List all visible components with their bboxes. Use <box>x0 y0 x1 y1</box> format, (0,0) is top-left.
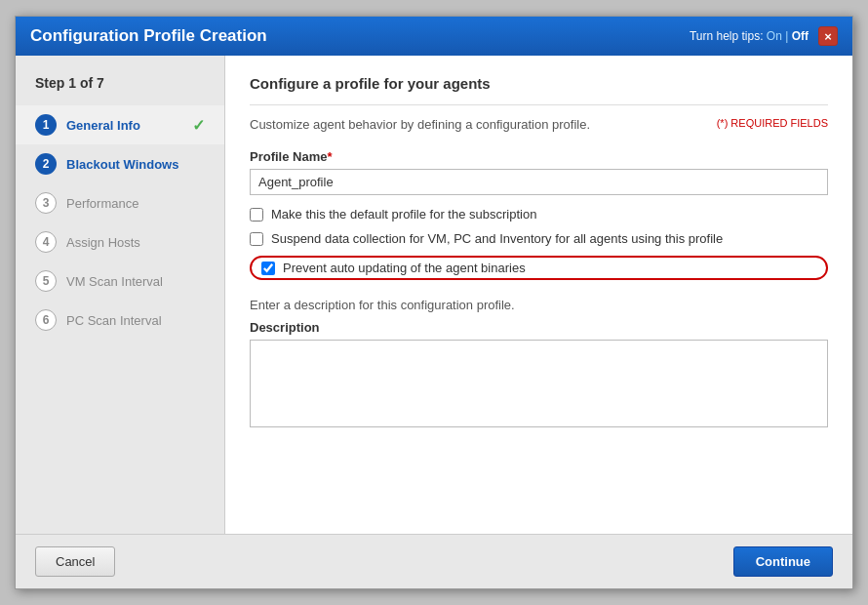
sidebar-item-assign-hosts[interactable]: 4 Assign Hosts <box>16 222 224 262</box>
description-hint: Enter a description for this configurati… <box>250 298 828 312</box>
help-tips-label: Turn help tips: <box>690 29 764 43</box>
dialog-title: Configuration Profile Creation <box>30 26 267 46</box>
help-tips-off[interactable]: Off <box>792 29 809 43</box>
configuration-dialog: Configuration Profile Creation Turn help… <box>15 16 853 589</box>
checkbox-suspend-collection-row: Suspend data collection for VM, PC and I… <box>250 231 828 246</box>
required-fields-label: (*) REQUIRED FIELDS <box>717 117 828 129</box>
divider <box>250 104 828 105</box>
profile-name-label: Profile Name* <box>250 149 828 164</box>
main-content: Configure a profile for your agents Cust… <box>225 56 852 534</box>
step-label-2: Blackout Windows <box>66 157 205 172</box>
step-header: Step 1 of 7 <box>16 75 224 105</box>
checkbox-default-profile-row: Make this the default profile for the su… <box>250 207 828 222</box>
step-label-4: Assign Hosts <box>66 235 205 250</box>
checkbox-suspend-collection-label: Suspend data collection for VM, PC and I… <box>271 231 723 246</box>
help-tips: Turn help tips: On | Off <box>690 29 809 43</box>
step-number-3: 3 <box>35 192 57 214</box>
help-tips-on[interactable]: On <box>767 29 782 43</box>
step-label-6: PC Scan Interval <box>66 313 205 328</box>
step-1-checkmark: ✓ <box>192 116 205 135</box>
profile-name-input[interactable] <box>250 169 828 195</box>
sidebar-item-performance[interactable]: 3 Performance <box>16 183 224 222</box>
sidebar-item-pc-scan-interval[interactable]: 6 PC Scan Interval <box>16 301 224 340</box>
sidebar: Step 1 of 7 1 General Info ✓ 2 Blackout … <box>16 56 225 534</box>
dialog-body: Step 1 of 7 1 General Info ✓ 2 Blackout … <box>16 56 852 534</box>
step-number-4: 4 <box>35 231 57 253</box>
sidebar-item-blackout-windows[interactable]: 2 Blackout Windows <box>16 144 224 183</box>
continue-button[interactable]: Continue <box>733 546 833 577</box>
dialog-footer: Cancel Continue <box>16 534 852 588</box>
help-tips-separator: | <box>785 29 788 43</box>
close-button[interactable]: × <box>818 26 838 46</box>
step-label-3: Performance <box>66 196 205 211</box>
required-star: * <box>327 149 332 164</box>
header-right: Turn help tips: On | Off × <box>690 26 838 46</box>
checkbox-prevent-autoupdate[interactable] <box>261 262 275 275</box>
subtitle-text: Customize agent behavior by defining a c… <box>250 117 590 132</box>
step-label-5: VM Scan Interval <box>66 274 205 289</box>
checkbox-default-profile-label: Make this the default profile for the su… <box>271 207 536 222</box>
step-number-1: 1 <box>35 114 57 136</box>
main-title: Configure a profile for your agents <box>250 75 828 92</box>
checkbox-prevent-autoupdate-row: Prevent auto updating of the agent binar… <box>250 256 828 280</box>
checkbox-prevent-autoupdate-label: Prevent auto updating of the agent binar… <box>283 261 526 275</box>
step-number-2: 2 <box>35 153 57 175</box>
checkbox-suspend-collection[interactable] <box>250 232 263 246</box>
description-label: Description <box>250 320 828 335</box>
cancel-button[interactable]: Cancel <box>35 546 115 577</box>
dialog-header: Configuration Profile Creation Turn help… <box>16 17 852 56</box>
sidebar-item-general-info[interactable]: 1 General Info ✓ <box>16 105 224 144</box>
step-number-6: 6 <box>35 309 57 331</box>
subtitle-row: Customize agent behavior by defining a c… <box>250 117 828 132</box>
step-label-1: General Info <box>66 118 182 133</box>
checkbox-default-profile[interactable] <box>250 208 263 222</box>
step-number-5: 5 <box>35 270 57 292</box>
sidebar-item-vm-scan-interval[interactable]: 5 VM Scan Interval <box>16 262 224 301</box>
description-textarea[interactable] <box>250 340 828 427</box>
